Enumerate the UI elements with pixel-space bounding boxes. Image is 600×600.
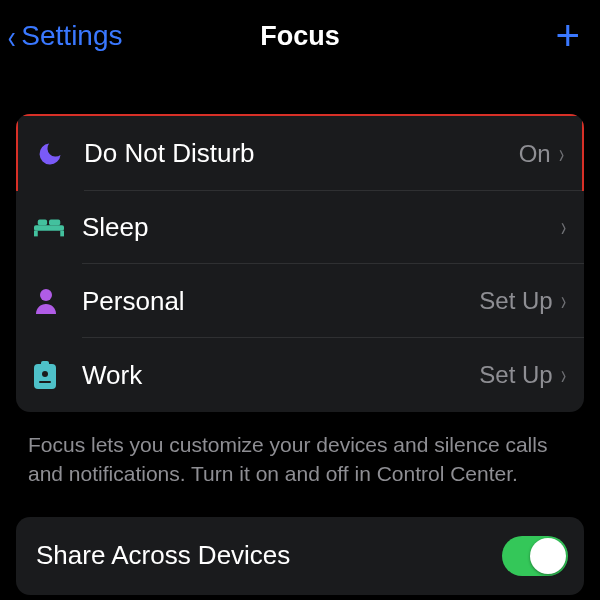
svg-rect-3 bbox=[38, 220, 47, 226]
focus-description: Focus lets you customize your devices an… bbox=[0, 412, 600, 489]
chevron-right-icon: › bbox=[561, 285, 566, 317]
chevron-right-icon: › bbox=[561, 359, 566, 391]
share-group: Share Across Devices bbox=[16, 517, 584, 595]
row-label: Do Not Disturb bbox=[76, 138, 519, 169]
focus-settings-screen: ‹ Settings Focus + Do Not Disturb On › S… bbox=[0, 0, 600, 600]
svg-rect-1 bbox=[34, 231, 38, 237]
row-do-not-disturb[interactable]: Do Not Disturb On › bbox=[16, 114, 584, 191]
badge-icon bbox=[34, 361, 74, 389]
row-label: Personal bbox=[74, 286, 479, 317]
svg-point-8 bbox=[42, 371, 48, 377]
row-share-across-devices[interactable]: Share Across Devices bbox=[16, 517, 584, 595]
add-focus-button[interactable]: + bbox=[555, 15, 586, 57]
row-status: Set Up bbox=[479, 287, 552, 315]
row-status: On bbox=[519, 140, 551, 168]
moon-icon bbox=[36, 140, 76, 168]
toggle-knob bbox=[530, 538, 566, 574]
row-label: Sleep bbox=[74, 212, 553, 243]
svg-rect-0 bbox=[34, 225, 64, 231]
chevron-right-icon: › bbox=[561, 211, 566, 243]
navbar: ‹ Settings Focus + bbox=[0, 0, 600, 72]
focus-list: Do Not Disturb On › Sleep › Personal Set… bbox=[16, 114, 584, 412]
svg-rect-9 bbox=[39, 381, 51, 383]
back-label: Settings bbox=[21, 20, 122, 52]
share-toggle[interactable] bbox=[502, 536, 568, 576]
row-personal[interactable]: Personal Set Up › bbox=[16, 264, 584, 338]
row-label: Work bbox=[74, 360, 479, 391]
row-status: Set Up bbox=[479, 361, 552, 389]
back-button[interactable]: ‹ Settings bbox=[6, 19, 123, 53]
chevron-right-icon: › bbox=[559, 138, 564, 170]
svg-rect-7 bbox=[41, 361, 49, 366]
svg-rect-2 bbox=[60, 231, 64, 237]
svg-point-5 bbox=[40, 289, 52, 301]
row-sleep[interactable]: Sleep › bbox=[16, 190, 584, 264]
row-work[interactable]: Work Set Up › bbox=[16, 338, 584, 412]
person-icon bbox=[34, 288, 74, 314]
svg-rect-4 bbox=[49, 220, 60, 226]
bed-icon bbox=[34, 216, 74, 238]
share-label: Share Across Devices bbox=[36, 540, 502, 571]
chevron-left-icon: ‹ bbox=[8, 19, 16, 53]
